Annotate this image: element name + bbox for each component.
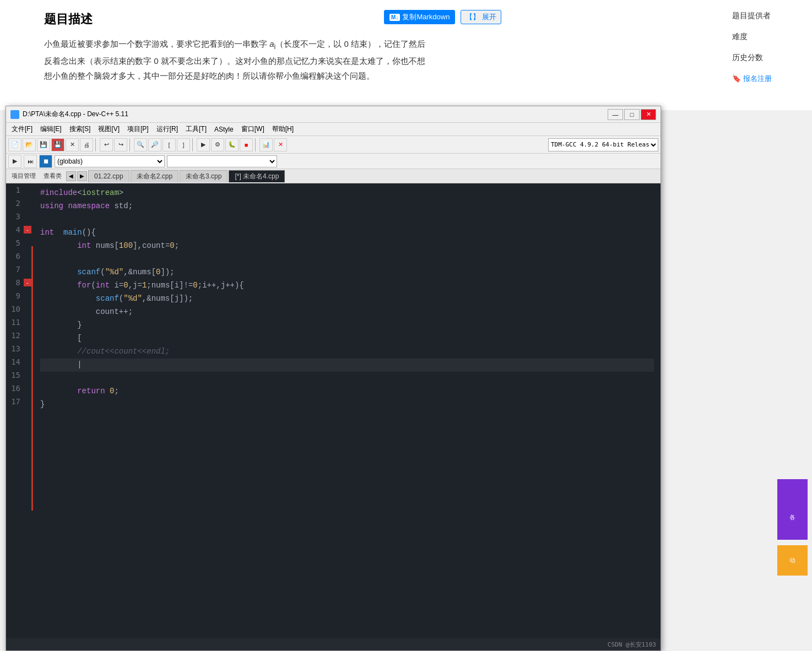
line-gutter-3: 3	[6, 210, 34, 223]
line-gutter-13: 13	[6, 342, 34, 355]
menu-file[interactable]: 文件[F]	[8, 123, 36, 135]
code-line-6	[40, 253, 654, 266]
tb-new[interactable]: 📄	[8, 138, 21, 151]
sidebar-item-history[interactable]: 历史分数	[732, 53, 806, 63]
tb-sep-3	[192, 138, 194, 151]
tb-print[interactable]: 🖨	[80, 138, 93, 151]
copy-markdown-button[interactable]: M↓ 复制Markdown	[384, 10, 455, 24]
right-sidebar: 题目提供者 难度 历史分数 🔖 报名注册	[727, 0, 812, 110]
tb-unindent[interactable]: ]	[177, 138, 190, 151]
code-line-2: using namespace std;	[40, 200, 654, 213]
tb-sep-2	[129, 138, 132, 151]
tab-nav-right[interactable]: ▶	[77, 171, 87, 181]
tab-nav-left[interactable]: ◀	[66, 171, 76, 181]
fold-line-for	[31, 365, 33, 458]
tb-replace[interactable]: 🔎	[148, 138, 161, 151]
line-gutter-10: 10	[6, 302, 34, 316]
line-gutter-1: 1	[6, 183, 34, 197]
menu-search[interactable]: 搜索[S]	[66, 123, 94, 135]
menu-help[interactable]: 帮助[H]	[269, 123, 297, 135]
expand-label: 展开	[482, 13, 496, 21]
class-browser-label[interactable]: 查看类	[40, 172, 65, 180]
code-line-5: int nums[100],count=0;	[40, 240, 654, 253]
menu-tools[interactable]: 工具[T]	[182, 123, 210, 135]
problem-description: 小鱼最近被要求参加一个数字游戏，要求它把看到的一串数字 ai（长度不一定，以 0…	[44, 36, 600, 83]
tab-unnamed2[interactable]: 未命名2.cpp	[131, 170, 178, 182]
line-gutter-6: 6	[6, 249, 34, 263]
app-icon	[10, 110, 19, 119]
menu-view[interactable]: 视图[V]	[95, 123, 123, 135]
fold-indicator-8[interactable]: -	[24, 279, 31, 286]
register-label: 报名注册	[743, 74, 772, 83]
menu-edit[interactable]: 编辑[E]	[37, 123, 65, 135]
ad-purple[interactable]: 各	[777, 479, 808, 540]
tb-redo[interactable]: ↪	[114, 138, 127, 151]
expand-button[interactable]: 【】 展开	[461, 10, 501, 24]
code-line-1: #include<iostream>	[40, 187, 654, 200]
tb-indent[interactable]: [	[163, 138, 176, 151]
problem-title: 题目描述	[44, 11, 93, 28]
tab-unnamed3[interactable]: 未命名3.cpp	[180, 170, 228, 182]
fold-indicator-4[interactable]: -	[24, 226, 31, 234]
tb-save[interactable]: 💾	[37, 138, 50, 151]
tb-debug3[interactable]: ⏭	[24, 155, 37, 168]
sidebar-item-register[interactable]: 🔖 报名注册	[732, 74, 806, 84]
tb-stop[interactable]: ■	[240, 138, 253, 151]
code-line-17: }	[40, 398, 654, 411]
project-manager-label[interactable]: 项目管理	[8, 172, 39, 180]
line-gutter-12: 12	[6, 329, 34, 342]
function-select[interactable]	[167, 155, 277, 167]
menu-run[interactable]: 运行[R]	[153, 123, 181, 135]
line-gutter-15: 15	[6, 368, 34, 382]
sidebar-item-provider[interactable]: 题目提供者	[732, 11, 806, 21]
maximize-button[interactable]: □	[624, 109, 640, 120]
ad-yellow-text: 动	[789, 556, 795, 565]
globals-select[interactable]: (globals)	[55, 155, 165, 167]
website-problem-area: 题目描述 M↓ 复制Markdown 【】 展开 小鱼最近被要求参加一个数字游戏…	[33, 0, 611, 94]
line-gutter-5: 5	[6, 236, 34, 249]
line-gutter-17: 17	[6, 395, 34, 408]
tb-blue[interactable]: ◼	[39, 155, 52, 168]
tb-run[interactable]: ▶	[197, 138, 210, 151]
close-button[interactable]: ✕	[641, 109, 656, 120]
tb-find[interactable]: 🔍	[134, 138, 147, 151]
menu-window[interactable]: 窗口[W]	[238, 123, 268, 135]
tb-debug[interactable]: 🐛	[225, 138, 239, 151]
tb-save-all[interactable]: 💾	[51, 138, 64, 151]
toolbar-2: ▶ ⏭ ◼ (globals)	[6, 154, 661, 169]
compiler-select[interactable]: TDM-GCC 4.9.2 64-bit Release	[548, 138, 658, 151]
line-gutter-7: 7	[6, 263, 34, 276]
code-line-9: scanf("%d",&nums[j]);	[40, 292, 654, 306]
title-bar: D:\PTA\未命名4.cpp - Dev-C++ 5.11 — □ ✕	[6, 106, 661, 123]
tb-compile[interactable]: ⚙	[211, 138, 224, 151]
line-gutter-4: 4 -	[6, 223, 34, 236]
website-toolbar: M↓ 复制Markdown 【】 展开	[384, 10, 501, 24]
code-line-8: for(int i=0,j=1;nums[i]!=0;i++,j++){	[40, 279, 654, 292]
minimize-button[interactable]: —	[608, 109, 623, 120]
tab-01-22[interactable]: 01.22.cpp	[88, 170, 129, 182]
tb-close[interactable]: ✕	[66, 138, 79, 151]
line-gutter-2: 2	[6, 197, 34, 210]
status-text: CSDN @长安1103	[608, 641, 656, 649]
tb-chart[interactable]: 📊	[259, 138, 273, 151]
code-editor[interactable]: #include<iostream> using namespace std; …	[34, 183, 661, 638]
line-gutter-11: 11	[6, 316, 34, 329]
code-line-16: return 0;	[40, 385, 654, 398]
devcpp-window: D:\PTA\未命名4.cpp - Dev-C++ 5.11 — □ ✕ 文件[…	[6, 106, 661, 651]
md-icon: M↓	[389, 14, 400, 21]
sidebar-item-difficulty[interactable]: 难度	[732, 32, 806, 42]
line-gutter-16: 16	[6, 382, 34, 395]
menu-astyle[interactable]: AStyle	[211, 124, 237, 134]
gutter: 1 2 3 4 - 5 6 7	[6, 183, 34, 638]
tb-undo[interactable]: ↩	[100, 138, 113, 151]
menu-project[interactable]: 项目[P]	[124, 123, 152, 135]
status-bar: CSDN @长安1103	[6, 638, 661, 650]
ad-yellow[interactable]: 动	[777, 545, 808, 576]
window-title: D:\PTA\未命名4.cpp - Dev-C++ 5.11	[23, 110, 608, 119]
code-line-4: int main(){	[40, 226, 654, 240]
tab-unnamed4[interactable]: [*] 未命名4.cpp	[229, 170, 285, 182]
tb-debug2[interactable]: ▶	[8, 155, 21, 168]
tb-x[interactable]: ✕	[274, 138, 287, 151]
copy-markdown-label: 复制Markdown	[402, 12, 450, 22]
tb-open[interactable]: 📂	[23, 138, 36, 151]
